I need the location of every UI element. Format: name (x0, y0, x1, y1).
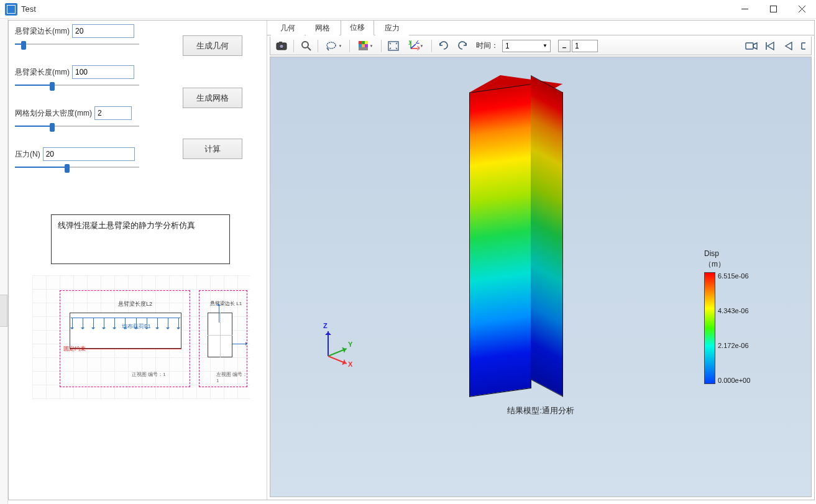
beam-length-label: 悬臂梁长度(mm) (15, 67, 70, 78)
diagram-view1-label: 正视图 编号：1 (132, 371, 166, 378)
legend-tick: 6.515e-06 (718, 272, 750, 280)
tab-geometry[interactable]: 几何 (271, 21, 305, 35)
svg-point-2 (280, 44, 284, 48)
legend-tick: 2.172e-06 (718, 342, 750, 349)
pressure-slider[interactable] (15, 162, 139, 172)
expand-icon (800, 42, 807, 50)
result-caption: 结果模型:通用分析 (507, 405, 574, 416)
window-maximize-button[interactable] (759, 0, 787, 19)
pressure-label: 压力(N) (15, 149, 40, 160)
lasso-select-icon (326, 41, 338, 51)
beam-length-slider[interactable] (15, 80, 139, 90)
triad-y-label: Y (348, 341, 352, 348)
edge-length-slider[interactable] (15, 39, 139, 49)
generate-mesh-button[interactable]: 生成网格 (183, 88, 242, 108)
3d-viewport[interactable]: X Y Z 结果模型:通用分析 Disp （m） 6.515e-06 4.343… (270, 57, 812, 497)
result-tabs: 几何 网格 位移 应力 (267, 21, 814, 35)
svg-text:y: y (408, 40, 412, 45)
step-input[interactable] (572, 40, 598, 52)
beam-length-input[interactable] (72, 65, 134, 79)
fit-icon (388, 41, 399, 51)
svg-rect-21 (562, 47, 566, 48)
axis-icon: zyx (408, 40, 419, 51)
color-legend: Disp （m） 6.515e-06 4.343e-06 2.172e-06 0… (704, 249, 772, 384)
diagram-span-label: 悬臂梁长度L2 (118, 300, 152, 308)
svg-rect-7 (359, 41, 362, 44)
anim-more-button[interactable] (799, 39, 809, 53)
parameters-panel: 悬臂梁边长(mm) 生成几何 悬臂梁长度(mm) (9, 21, 267, 500)
rotate-ccw-button[interactable] (454, 39, 471, 53)
colormap-button[interactable]: ▼ (353, 39, 378, 53)
svg-rect-8 (362, 41, 365, 44)
left-edge-gutter (0, 19, 8, 504)
app-icon (5, 3, 17, 16)
mesh-density-input[interactable] (94, 106, 132, 120)
schematic-diagram: 悬臂梁长度L2 均布载荷F1 固定约束 正视图 编号：1 悬臂梁边长 L1 左视… (32, 275, 250, 400)
tab-displacement[interactable]: 位移 (341, 20, 374, 35)
svg-point-4 (302, 42, 308, 48)
triad-z-label: Z (323, 322, 328, 329)
svg-rect-13 (359, 47, 368, 50)
rotate-cw-icon (438, 40, 449, 51)
result-beam-3d (469, 66, 567, 396)
record-button[interactable] (743, 39, 760, 53)
window-minimize-button[interactable] (730, 0, 759, 19)
axis-orient-button[interactable]: zyx▼ (403, 39, 428, 53)
viewport-toolbar: ▼ ▼ zyx▼ 时间： 1▼ (270, 37, 812, 55)
rotate-ccw-icon (457, 40, 468, 51)
svg-line-17 (411, 44, 416, 48)
mesh-density-label: 网格划分最大密度(mm) (15, 108, 92, 119)
legend-title-1: Disp (704, 249, 719, 258)
diagram-cross-label: 悬臂梁边长 L1 (210, 300, 242, 307)
diagram-view2-label: 左视图 编号：1 (216, 371, 250, 383)
zoom-button[interactable] (297, 39, 314, 53)
svg-point-6 (327, 42, 336, 48)
window-close-button[interactable] (787, 0, 816, 19)
anim-first-button[interactable] (761, 39, 779, 53)
rotate-cw-button[interactable] (435, 39, 452, 53)
diagram-load-label: 均布载荷F1 (122, 323, 151, 331)
anim-prev-button[interactable] (780, 39, 797, 53)
camera-icon (276, 41, 287, 50)
tab-mesh[interactable]: 网格 (306, 21, 339, 35)
edge-length-label: 悬臂梁边长(mm) (15, 26, 70, 37)
triad-x-label: X (348, 360, 352, 368)
window-titlebar: Test (0, 0, 816, 19)
fit-view-button[interactable] (385, 39, 402, 53)
step-prev-button[interactable] (558, 40, 571, 52)
description-box: 线弹性混凝土悬臂梁的静力学分析仿真 (51, 214, 230, 264)
compute-button[interactable]: 计算 (183, 139, 242, 159)
legend-title-2: （m） (704, 260, 725, 268)
svg-text:x: x (417, 44, 419, 51)
color-cube-icon (358, 40, 369, 51)
svg-rect-9 (365, 41, 368, 44)
edge-length-input[interactable] (72, 24, 134, 38)
window-title: Test (21, 4, 36, 14)
svg-rect-3 (279, 42, 282, 44)
time-label: 时间： (476, 40, 498, 51)
diagram-fix-label: 固定约束 (63, 345, 86, 353)
magnifier-icon (301, 40, 311, 51)
screenshot-button[interactable] (273, 39, 290, 53)
legend-tick: 4.343e-06 (718, 307, 750, 314)
svg-line-5 (308, 47, 311, 50)
tab-stress[interactable]: 应力 (375, 21, 409, 35)
svg-rect-11 (362, 44, 365, 47)
select-button[interactable]: ▼ (321, 39, 346, 53)
axis-triad: X Y Z (317, 326, 360, 369)
pressure-input[interactable] (43, 147, 135, 161)
skip-first-icon (765, 42, 775, 50)
svg-rect-0 (770, 6, 776, 12)
camcorder-icon (745, 42, 758, 50)
legend-tick: 0.000e+00 (718, 377, 750, 384)
time-select[interactable]: 1▼ (502, 40, 551, 52)
legend-colorbar (704, 272, 715, 384)
mesh-density-slider[interactable] (15, 121, 139, 131)
play-prev-icon (784, 42, 793, 50)
svg-rect-22 (746, 43, 753, 49)
svg-rect-12 (365, 44, 368, 47)
generate-geometry-button[interactable]: 生成几何 (183, 35, 242, 56)
svg-rect-10 (359, 44, 362, 47)
